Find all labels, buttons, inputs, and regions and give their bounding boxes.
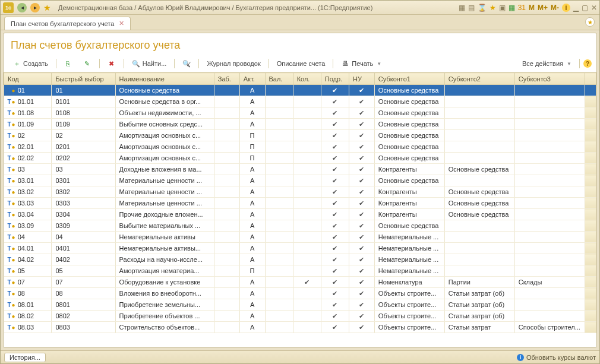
table-row[interactable]: T●0808Вложения во внеоборотн...А✔✔Объект… <box>4 288 596 299</box>
table-row[interactable]: T●01.010101Основные средства в орг...А✔✔… <box>4 96 596 107</box>
col-val[interactable]: Вал. <box>265 73 293 85</box>
table-row[interactable]: T●03.090309Выбытие материальных ...А✔✔Ос… <box>4 220 596 232</box>
table-row[interactable]: T●03.010301Материальные ценности ...А✔✔О… <box>4 175 596 186</box>
favorites-icon[interactable]: ★ <box>43 3 51 12</box>
m-minus-button[interactable]: M- <box>551 4 559 12</box>
grid-header[interactable]: Код Быстрый выбор Наименование Заб. Акт.… <box>4 73 596 85</box>
chevron-down-icon: ▼ <box>567 61 571 67</box>
info-icon[interactable]: i <box>562 4 570 12</box>
window-title: Демонстрационная база / Абдулов Юрий Вла… <box>55 4 455 11</box>
m-plus-button[interactable]: M+ <box>538 4 548 12</box>
table-row[interactable]: T●0303Доходные вложения в ма...А✔✔Контра… <box>4 164 596 175</box>
col-nu[interactable]: НУ <box>349 73 374 85</box>
search-icon: 🔍 <box>132 59 140 68</box>
calendar-icon[interactable]: 31 <box>518 4 526 12</box>
update-rates-link[interactable]: i Обновить курсы валют <box>517 354 596 361</box>
tab-label: План счетов бухгалтерского учета <box>11 20 114 27</box>
page-title: План счетов бухгалтерского учета <box>4 33 596 55</box>
clear-filter-button[interactable]: 🔍̷ <box>178 58 195 69</box>
col-fast[interactable]: Быстрый выбор <box>52 73 115 85</box>
table-row[interactable]: T●03.030303Материальные ценности ...А✔✔К… <box>4 198 596 209</box>
printer-icon: 🖶 <box>341 59 349 68</box>
table-row[interactable]: T●02.010201Амортизация основных с...П✔✔О… <box>4 141 596 153</box>
all-actions-label: Все действия <box>522 60 563 67</box>
table-row[interactable]: T●01.090109Выбытие основных средс...А✔✔О… <box>4 119 596 130</box>
app-logo: 1c <box>3 2 14 13</box>
nav-icon[interactable]: ▣ <box>499 4 506 12</box>
journal-label: Журнал проводок <box>207 60 260 67</box>
minimize-button[interactable]: ▁ <box>573 4 579 12</box>
table-row[interactable]: T●0707Оборудование к установкеА✔✔✔Номенк… <box>4 277 596 288</box>
edit-button[interactable]: ✎ <box>79 58 96 69</box>
table-row[interactable]: T●0101Основные средстваА✔✔Основные средс… <box>4 85 596 96</box>
table-row[interactable]: T●0404Нематериальные активыА✔✔Нематериал… <box>4 232 596 243</box>
pencil-icon: ✎ <box>83 59 91 68</box>
table-row[interactable]: T●04.010401Нематериальные активы...А✔✔Не… <box>4 243 596 254</box>
col-akt[interactable]: Акт. <box>239 73 265 85</box>
nav-back-button[interactable]: ◂ <box>17 3 27 12</box>
table-row[interactable]: T●03.020302Материальные ценности ...А✔✔К… <box>4 186 596 198</box>
find-label: Найти... <box>143 60 167 67</box>
tab-close-icon[interactable]: ✕ <box>119 20 124 27</box>
table-row[interactable]: T●08.020802Приобретение объектов ...А✔✔О… <box>4 311 596 322</box>
table-row[interactable]: T●01.080108Объекты недвижимости, ...А✔✔О… <box>4 107 596 119</box>
calc-icon[interactable]: ▦ <box>509 4 515 12</box>
tool-icon[interactable]: ▦ <box>459 4 465 12</box>
description-label: Описание счета <box>277 60 326 67</box>
copy-icon: ⎘ <box>64 59 72 68</box>
col-s3[interactable]: Субконто3 <box>514 73 585 85</box>
delete-icon: ✖ <box>108 59 116 68</box>
tabbar: План счетов бухгалтерского учета ✕ ★ <box>1 15 599 30</box>
info-icon: i <box>517 354 524 361</box>
tool-icon[interactable]: ⌛ <box>478 4 487 12</box>
col-zab[interactable]: Заб. <box>214 73 239 85</box>
toolbar: ＋ Создать ⎘ ✎ ✖ 🔍 Найти... 🔍̷ Журнал про… <box>4 55 596 72</box>
table-row[interactable]: T●03.040304Прочие доходные вложен...А✔✔К… <box>4 209 596 220</box>
titlebar-right-icons: ▦ ▤ ⌛ ★ ▣ ▦ 31 M M+ M- i ▁ ▢ ✕ <box>459 4 597 12</box>
plus-icon: ＋ <box>12 59 21 68</box>
chevron-down-icon: ▼ <box>377 61 381 67</box>
close-button[interactable]: ✕ <box>591 4 597 12</box>
tab-chart-of-accounts[interactable]: План счетов бухгалтерского учета ✕ <box>4 17 131 30</box>
print-button[interactable]: 🖶 Печать ▼ <box>337 58 386 69</box>
grid[interactable]: Код Быстрый выбор Наименование Заб. Акт.… <box>4 72 596 347</box>
all-actions-button[interactable]: Все действия ▼ <box>518 58 576 69</box>
statusbar: История... i Обновить курсы валют <box>1 350 599 363</box>
update-rates-label: Обновить курсы валют <box>526 354 596 361</box>
create-button[interactable]: ＋ Создать <box>8 58 52 69</box>
titlebar: 1c ◂ ▸ ★ Демонстрационная база / Абдулов… <box>1 1 599 15</box>
journal-button[interactable]: Журнал проводок <box>203 58 264 69</box>
table-row[interactable]: T●0505Амортизация нематериа...П✔✔Нематер… <box>4 265 596 277</box>
col-name[interactable]: Наименование <box>115 73 214 85</box>
history-button[interactable]: История... <box>4 353 46 362</box>
table-row[interactable]: T●04.020402Расходы на научно-иссле...А✔✔… <box>4 254 596 265</box>
col-podr[interactable]: Подр. <box>321 73 349 85</box>
table-row[interactable]: T●08.030803Строительство объектов...А✔✔О… <box>4 322 596 333</box>
clear-filter-icon: 🔍̷ <box>182 59 191 68</box>
col-s2[interactable]: Субконто2 <box>444 73 514 85</box>
nav-forward-button[interactable]: ▸ <box>30 3 40 12</box>
print-label: Печать <box>352 60 373 67</box>
history-label: История... <box>10 354 40 361</box>
create-label: Создать <box>23 60 48 67</box>
table-row[interactable]: T●02.020202Амортизация основных с...П✔✔О… <box>4 153 596 164</box>
scrollbar[interactable] <box>585 73 596 85</box>
m-button[interactable]: M <box>529 4 535 12</box>
star-icon[interactable]: ★ <box>490 4 496 12</box>
table-row[interactable]: T●0202Амортизация основных с...П✔✔Основн… <box>4 130 596 141</box>
maximize-button[interactable]: ▢ <box>582 4 588 12</box>
favorite-toggle-icon[interactable]: ★ <box>585 17 595 27</box>
copy-button[interactable]: ⎘ <box>60 58 77 69</box>
help-icon[interactable]: ? <box>583 59 592 68</box>
col-kol[interactable]: Кол. <box>293 73 321 85</box>
table-row[interactable]: T●08.010801Приобретение земельны...А✔✔Об… <box>4 299 596 311</box>
tool-icon[interactable]: ▤ <box>468 4 475 12</box>
find-button[interactable]: 🔍 Найти... <box>128 58 171 69</box>
delete-button[interactable]: ✖ <box>103 58 120 69</box>
col-s1[interactable]: Субконто1 <box>374 73 444 85</box>
col-code[interactable]: Код <box>4 73 52 85</box>
description-button[interactable]: Описание счета <box>273 58 330 69</box>
